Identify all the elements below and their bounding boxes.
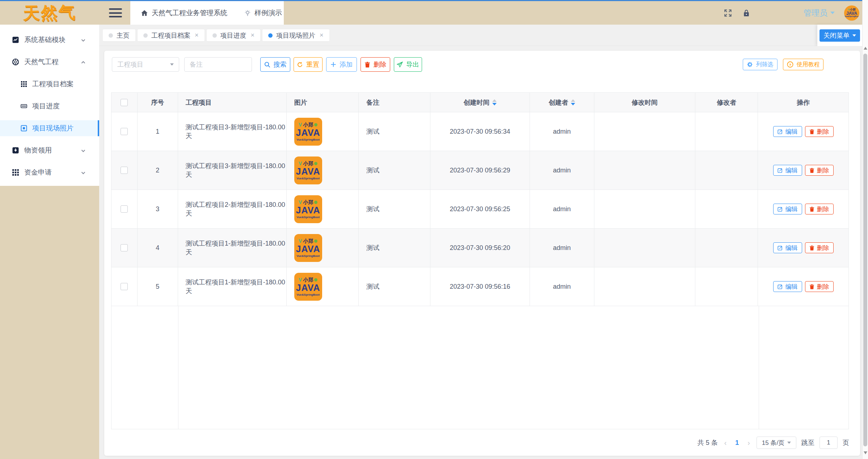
table-row: 2 测试工程项目3-新增型项目-180.00天 V小郑 JAVA Vue&Spr… — [111, 151, 848, 190]
tab-dot-icon — [212, 33, 217, 38]
sidebar-item-label: 系统基础模块 — [24, 35, 66, 45]
scrollbar-thumb[interactable] — [863, 54, 867, 446]
edit-button[interactable]: 编辑 — [773, 126, 802, 137]
chevron-down-icon — [170, 63, 174, 66]
chevron-up-icon — [80, 59, 86, 65]
column-filter-button[interactable]: 列筛选 — [743, 59, 778, 70]
sidebar-item-system-base[interactable]: 系统基础模块 — [0, 32, 99, 48]
select-all-checkbox[interactable] — [121, 99, 128, 106]
aperture-icon — [12, 58, 19, 66]
sort-carets-icon[interactable] — [571, 99, 575, 105]
edit-button[interactable]: 编辑 — [773, 204, 802, 214]
close-icon[interactable]: × — [195, 32, 199, 39]
search-button[interactable]: 搜索 — [260, 57, 290, 72]
add-button[interactable]: 添加 — [326, 57, 357, 72]
col-header-image: 图片 — [287, 93, 359, 112]
search-icon — [264, 62, 270, 68]
delete-row-button[interactable]: 删除 — [805, 165, 834, 176]
spring-leaf-icon — [314, 278, 317, 281]
project-photo-thumbnail[interactable]: V小郑 JAVA Vue&SpringBoot — [294, 273, 322, 301]
sidebar-item-project-progress[interactable]: 项目进度 — [0, 98, 99, 114]
row-checkbox[interactable] — [121, 128, 128, 135]
edit-button[interactable]: 编辑 — [773, 165, 802, 176]
delete-row-button[interactable]: 删除 — [805, 242, 834, 253]
avatar[interactable]: V小郑 JAVA Vue&SpringBoot — [844, 5, 859, 21]
fullscreen-icon[interactable] — [723, 8, 733, 18]
system-title: 天然气工程业务管理系统 — [152, 8, 227, 18]
top-menu-home[interactable]: 天然气工程业务管理系统 — [140, 8, 227, 18]
scroll-up-arrow-icon[interactable] — [864, 47, 867, 50]
close-icon[interactable]: × — [251, 32, 255, 39]
jump-page-input[interactable] — [819, 437, 838, 449]
content-card: 工程项目 搜索 重置 添加 删除 导出 — [104, 51, 860, 456]
col-header-actions: 操作 — [758, 93, 848, 112]
tutorial-button[interactable]: ? 使用教程 — [783, 59, 823, 70]
sidebar-item-fund-application[interactable]: 资金申请 — [0, 164, 99, 180]
sidebar-item-gas-engineering[interactable]: 天然气工程 — [0, 54, 99, 70]
col-header-creator[interactable]: 创建者 — [530, 93, 594, 112]
sidebar-item-label: 项目现场照片 — [32, 124, 73, 133]
edit-icon — [778, 129, 783, 134]
page-size-select[interactable]: 15 条/页 — [757, 437, 796, 449]
delete-row-button[interactable]: 删除 — [805, 204, 834, 214]
sidebar-item-label: 物资领用 — [24, 146, 52, 155]
export-button[interactable]: 导出 — [394, 57, 422, 72]
row-checkbox[interactable] — [121, 244, 128, 251]
tab-project-progress[interactable]: 项目进度 × — [207, 29, 261, 41]
sidebar-item-material-requisition[interactable]: 物资领用 — [0, 142, 99, 158]
edit-icon — [778, 206, 783, 212]
chevron-down-icon — [830, 12, 835, 14]
tab-site-photos[interactable]: 项目现场照片 × — [262, 29, 329, 41]
sort-carets-icon[interactable] — [492, 99, 497, 105]
project-photo-thumbnail[interactable]: V小郑 JAVA Vue&SpringBoot — [294, 195, 322, 223]
scroll-down-arrow-icon[interactable] — [864, 451, 867, 454]
edit-button[interactable]: 编辑 — [773, 242, 802, 253]
next-page-icon[interactable]: › — [746, 439, 751, 447]
edit-button[interactable]: 编辑 — [773, 281, 802, 292]
delete-button[interactable]: 删除 — [361, 57, 390, 72]
col-header-created-at[interactable]: 创建时间 — [430, 93, 530, 112]
prev-page-icon[interactable]: ‹ — [723, 439, 728, 447]
toolbar: 工程项目 搜索 重置 添加 删除 导出 — [112, 57, 852, 72]
project-photo-thumbnail[interactable]: V小郑 JAVA Vue&SpringBoot — [294, 118, 322, 146]
svg-text:?: ? — [789, 63, 791, 67]
reset-button[interactable]: 重置 — [294, 57, 323, 72]
delete-row-button[interactable]: 删除 — [805, 281, 834, 292]
col-header-remark: 备注 — [359, 93, 430, 112]
tab-home[interactable]: 主页 — [103, 29, 135, 41]
user-menu[interactable]: 管理员 — [804, 8, 835, 18]
tab-project-archive[interactable]: 工程项目档案 × — [138, 29, 205, 41]
sidebar-item-site-photos[interactable]: 项目现场照片 — [0, 120, 99, 136]
top-menu-demo[interactable]: 样例演示 — [244, 8, 282, 18]
sidebar-item-label: 资金申请 — [24, 168, 52, 177]
project-photo-thumbnail[interactable]: V小郑 JAVA Vue&SpringBoot — [294, 234, 322, 262]
vertical-scrollbar[interactable] — [862, 0, 868, 459]
row-checkbox[interactable] — [121, 167, 128, 174]
gear-icon — [747, 62, 753, 67]
hamburger-menu-icon[interactable] — [109, 8, 122, 17]
row-checkbox[interactable] — [121, 205, 128, 213]
sidebar-item-label: 项目进度 — [32, 101, 60, 111]
close-icon[interactable]: × — [320, 32, 324, 39]
project-select[interactable]: 工程项目 — [112, 57, 179, 72]
pagination: 共 5 条 ‹ 1 › 15 条/页 跳至 页 — [698, 435, 849, 451]
sidebar-item-label: 工程项目档案 — [32, 79, 73, 89]
close-menu-button[interactable]: 关闭菜单 — [819, 29, 860, 42]
project-photo-thumbnail[interactable]: V小郑 JAVA Vue&SpringBoot — [294, 157, 322, 184]
row-checkbox[interactable] — [121, 283, 128, 290]
remark-input[interactable] — [184, 57, 252, 72]
spring-leaf-icon — [314, 162, 317, 165]
top-menu-panel: 天然气工程业务管理系统 样例演示 — [130, 1, 284, 25]
page-number-current[interactable]: 1 — [733, 439, 741, 447]
chart-box-icon — [12, 36, 19, 43]
grid-icon — [12, 169, 19, 176]
lock-icon[interactable] — [742, 9, 751, 17]
trash-icon — [809, 245, 814, 251]
trash-icon — [809, 168, 814, 173]
app-logo[interactable]: 天然气 — [0, 1, 99, 25]
sidebar-item-project-archive[interactable]: 工程项目档案 — [0, 76, 99, 92]
edit-icon — [778, 168, 783, 173]
fixed-left-column-divider — [178, 306, 178, 429]
question-circle-icon: ? — [787, 61, 793, 68]
delete-row-button[interactable]: 删除 — [805, 126, 834, 137]
